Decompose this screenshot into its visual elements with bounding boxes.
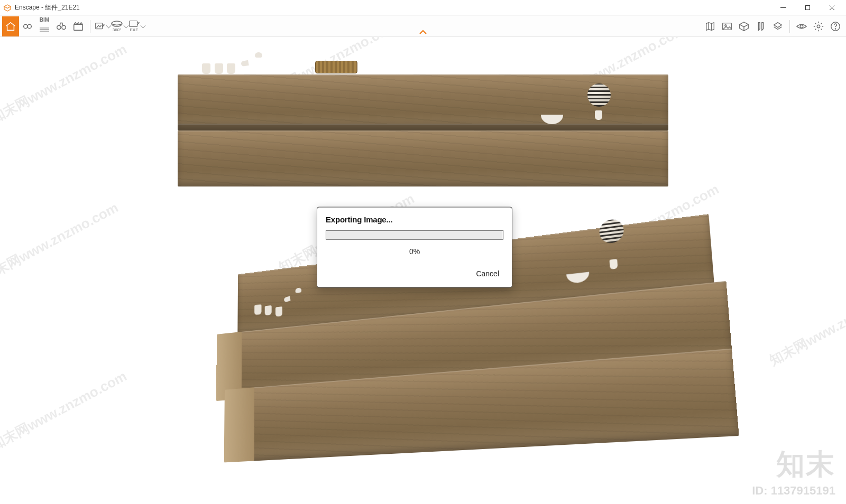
corner-watermark: 知末 ID: 1137915191 (752, 445, 835, 498)
svg-point-4 (62, 25, 66, 29)
svg-rect-5 (74, 24, 83, 30)
svg-rect-8 (129, 21, 137, 27)
watermark-text: 知末网www.znzmo.com (766, 283, 846, 370)
cancel-button[interactable]: Cancel (471, 266, 504, 281)
panorama-label: 360° (113, 27, 122, 32)
striped-sphere-icon (587, 83, 611, 107)
cup-icon (215, 63, 223, 74)
corner-watermark-text: 知末 (752, 445, 835, 484)
svg-point-7 (112, 21, 122, 26)
views-button[interactable] (752, 16, 769, 36)
svg-rect-0 (805, 6, 810, 10)
cup-icon (227, 63, 235, 74)
visibility-button[interactable] (793, 16, 810, 36)
video-button[interactable] (70, 16, 87, 36)
cup-icon (254, 304, 262, 315)
map-button[interactable] (702, 16, 719, 36)
corner-watermark-id: ID: 1137915191 (752, 484, 835, 498)
svg-point-14 (835, 28, 835, 29)
window-minimize-button[interactable] (771, 0, 795, 16)
chevron-down-icon (140, 23, 145, 29)
binoculars-button[interactable] (53, 16, 70, 36)
sculpture-stand (595, 110, 602, 120)
svg-point-12 (817, 25, 820, 28)
cup-icon (202, 63, 210, 74)
help-button[interactable] (827, 16, 844, 36)
progress-bar (326, 230, 503, 239)
settings-button[interactable] (810, 16, 827, 36)
home-button[interactable] (2, 16, 19, 36)
svg-point-3 (57, 25, 61, 29)
window-close-button[interactable] (820, 0, 844, 16)
dialog-title: Exporting Image... (326, 214, 503, 223)
toolbar-separator (90, 20, 90, 33)
svg-point-2 (27, 24, 31, 28)
watermark-text: 知末网www.znzmo.com (0, 367, 130, 454)
sculpture-stand (609, 259, 618, 269)
link-sync-button[interactable] (19, 16, 36, 36)
exe-export-button[interactable]: EXE (128, 16, 145, 36)
export-image-dialog: Exporting Image... 0% Cancel (317, 207, 512, 287)
screenshot-export-button[interactable] (94, 16, 111, 36)
toolbar-separator (789, 20, 790, 33)
svg-point-11 (800, 25, 803, 28)
assets-box-button[interactable] (735, 16, 752, 36)
svg-point-1 (24, 24, 27, 28)
progress-label: 0% (326, 247, 503, 255)
basket-icon (315, 61, 357, 73)
scene-shelf-front (178, 74, 668, 186)
window-maximize-button[interactable] (795, 0, 820, 16)
window-titlebar: Enscape - 组件_21E21 (0, 0, 846, 16)
render-viewport[interactable]: 知末网www.znzmo.com 知末网www.znzmo.com 知末网www… (0, 37, 846, 504)
exe-label: EXE (130, 27, 138, 32)
toolbar-collapse-chevron-icon[interactable] (419, 27, 427, 37)
watermark-text: 知末网www.znzmo.com (0, 40, 130, 127)
cup-icon (275, 306, 282, 316)
main-toolbar: BIM 360° EXE (0, 16, 846, 37)
bim-mode-button[interactable]: BIM (36, 16, 53, 36)
bim-label: BIM (40, 17, 49, 23)
watermark-text: 知末网www.znzmo.com (0, 199, 122, 286)
cup-icon (265, 305, 272, 315)
gallery-button[interactable] (719, 16, 735, 36)
window-title: Enscape - 组件_21E21 (15, 3, 80, 12)
panorama-export-button[interactable]: 360° (111, 16, 128, 36)
layers-button[interactable] (769, 16, 786, 36)
app-logo-icon (3, 4, 12, 12)
